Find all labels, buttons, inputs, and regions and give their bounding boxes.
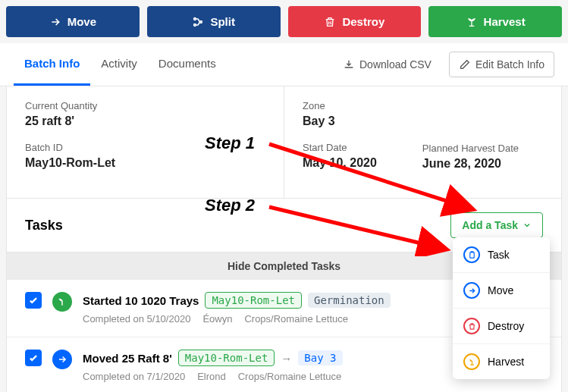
harvest-date-block: Planned Harvest Date June 28, 2020 <box>422 143 519 171</box>
download-csv-button[interactable]: Download CSV <box>333 52 441 77</box>
dropdown-label: Destroy <box>488 320 524 332</box>
task-checkbox[interactable] <box>25 292 42 309</box>
harvest-button[interactable]: Harvest <box>428 6 562 37</box>
task-title: Moved 25 Raft 8' <box>83 352 172 365</box>
batch-info-grid: Current Quantity 25 raft 8' Batch ID May… <box>6 86 562 199</box>
batch-tag[interactable]: May10-Rom-Let <box>178 350 275 366</box>
info-right-column: Zone Bay 3 Start Date May 10, 2020 Plann… <box>284 86 561 198</box>
seedling-icon <box>52 292 72 312</box>
arrow-right-icon <box>463 282 480 299</box>
add-task-label: Add a Task <box>462 219 518 231</box>
completed-date: Completed on 7/1/2020 <box>83 371 185 382</box>
clipboard-icon <box>463 246 480 263</box>
tab-batch-info[interactable]: Batch Info <box>14 43 90 86</box>
tab-bar-actions: Download CSV Edit Batch Info <box>333 52 554 77</box>
harvest-date-label: Planned Harvest Date <box>422 143 519 154</box>
edit-icon <box>459 58 471 71</box>
trash-icon <box>324 16 336 28</box>
arrow-separator-icon: → <box>281 352 292 365</box>
svg-point-0 <box>194 17 196 20</box>
user-name: Elrond <box>197 371 226 382</box>
info-left-column: Current Quantity 25 raft 8' Batch ID May… <box>7 86 284 198</box>
svg-point-1 <box>194 24 196 26</box>
task-title: Started 10 1020 Trays <box>83 294 199 307</box>
dropdown-item-move[interactable]: Move <box>453 273 550 309</box>
edit-batch-info-label: Edit Batch Info <box>475 58 544 71</box>
tab-documents[interactable]: Documents <box>148 43 227 86</box>
plant-icon <box>463 353 480 370</box>
destination-tag[interactable]: Bay 3 <box>298 350 342 365</box>
harvest-date-value: June 28, 2020 <box>422 157 519 171</box>
user-name: Éowyn <box>202 313 232 325</box>
tab-bar: Batch Info Activity Documents Download C… <box>0 43 568 86</box>
chevron-down-icon <box>522 221 532 230</box>
download-csv-label: Download CSV <box>359 58 431 71</box>
dropdown-label: Move <box>488 284 513 296</box>
split-icon <box>192 16 204 28</box>
edit-batch-info-button[interactable]: Edit Batch Info <box>449 52 554 77</box>
task-checkbox[interactable] <box>25 350 42 366</box>
zone-block: Zone Bay 3 <box>303 100 377 128</box>
current-quantity-value: 25 raft 8' <box>25 114 265 128</box>
start-date-value: May 10, 2020 <box>303 156 377 170</box>
add-task-button[interactable]: Add a Task <box>450 212 543 238</box>
move-button-label: Move <box>67 15 96 28</box>
dropdown-item-harvest[interactable]: Harvest <box>453 344 550 379</box>
spacer-block <box>422 100 519 129</box>
split-button-label: Split <box>210 15 235 28</box>
batch-id-block: Batch ID May10-Rom-Let <box>25 142 265 170</box>
info-right-col2: Planned Harvest Date June 28, 2020 <box>422 100 519 184</box>
dropdown-item-task[interactable]: Task <box>453 237 550 273</box>
info-right-col1: Zone Bay 3 Start Date May 10, 2020 <box>303 100 377 184</box>
tab-activity[interactable]: Activity <box>90 43 148 86</box>
stage-tag[interactable]: Germination <box>308 293 391 308</box>
dropdown-item-destroy[interactable]: Destroy <box>453 309 550 344</box>
check-icon <box>28 295 39 306</box>
completed-date: Completed on 5/10/2020 <box>83 313 190 325</box>
zone-value: Bay 3 <box>303 114 377 128</box>
current-quantity-block: Current Quantity 25 raft 8' <box>25 100 265 128</box>
batch-id-value: May10-Rom-Let <box>25 156 265 170</box>
download-icon <box>343 58 355 71</box>
move-button[interactable]: Move <box>6 6 140 37</box>
dropdown-label: Harvest <box>488 356 524 368</box>
batch-tag[interactable]: May10-Rom-Let <box>205 292 302 309</box>
split-button[interactable]: Split <box>147 6 281 37</box>
start-date-block: Start Date May 10, 2020 <box>303 142 377 170</box>
arrow-right-icon <box>49 16 61 28</box>
crop-path: Crops/Romaine Lettuce <box>238 371 342 382</box>
move-task-icon <box>52 350 72 369</box>
start-date-label: Start Date <box>303 142 377 153</box>
batch-id-label: Batch ID <box>25 142 265 153</box>
destroy-button-label: Destroy <box>342 15 384 28</box>
dropdown-label: Task <box>488 249 510 261</box>
svg-rect-3 <box>469 252 474 257</box>
tasks-title: Tasks <box>25 218 63 234</box>
harvest-button-label: Harvest <box>484 15 526 28</box>
svg-point-2 <box>200 20 202 23</box>
crop-path: Crops/Romaine Lettuce <box>244 313 348 325</box>
add-task-dropdown: Task Move Destroy Harvest <box>453 237 550 379</box>
current-quantity-label: Current Quantity <box>25 100 265 111</box>
top-action-bar: Move Split Destroy Harvest <box>0 0 568 43</box>
plant-icon <box>466 16 478 28</box>
zone-label: Zone <box>303 100 377 111</box>
trash-icon <box>463 318 480 334</box>
check-icon <box>28 353 39 363</box>
destroy-button[interactable]: Destroy <box>288 6 422 37</box>
